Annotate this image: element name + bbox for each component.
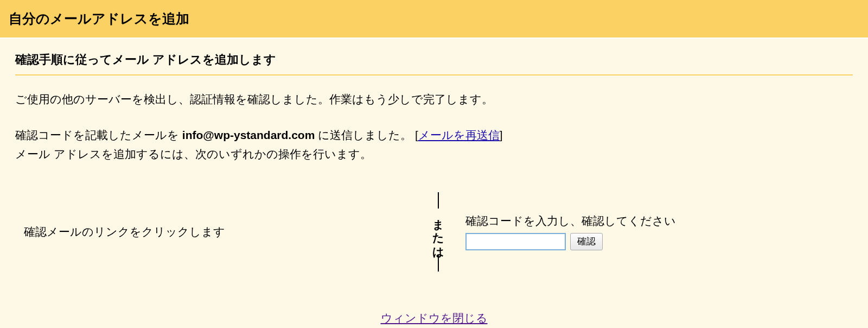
confirmation-line: 確認コードを記載したメールを info@wp-ystandard.com に送信…: [15, 125, 853, 145]
confirm-button[interactable]: 確認: [570, 233, 603, 250]
divider-line-top: [438, 192, 439, 209]
option-click-link: 確認メールのリンクをクリックします: [15, 224, 417, 239]
code-input-label: 確認コードを入力し、確認してください: [465, 213, 853, 229]
dialog-title: 自分のメールアドレスを追加: [9, 10, 859, 28]
dialog-header: 自分のメールアドレスを追加: [0, 0, 868, 37]
instruction-text: メール アドレスを追加するには、次のいずれかの操作を行います。: [15, 144, 853, 164]
options-row: 確認メールのリンクをクリックします または 確認コードを入力し、確認してください…: [15, 191, 853, 273]
info-text: ご使用の他のサーバーを検出し、認証情報を確認しました。作業はもう少しで完了します…: [15, 91, 853, 108]
confirmation-suffix: に送信しました。: [315, 129, 415, 141]
dialog-content: 確認手順に従ってメール アドレスを追加します ご使用の他のサーバーを検出し、認証…: [0, 39, 868, 328]
divider-label: または: [431, 211, 446, 253]
code-input-row: 確認: [465, 233, 853, 250]
divider-line-bottom: [438, 255, 439, 272]
confirmation-email: info@wp-ystandard.com: [182, 129, 315, 141]
confirmation-prefix: 確認コードを記載したメールを: [15, 129, 182, 141]
verification-code-input[interactable]: [465, 233, 566, 250]
close-window-link[interactable]: ウィンドウを閉じる: [381, 312, 488, 324]
close-row: ウィンドウを閉じる: [15, 311, 853, 326]
bracket-close: ]: [500, 129, 503, 141]
options-divider: または: [417, 191, 460, 273]
resend-email-link[interactable]: メールを再送信: [418, 129, 500, 141]
confirmation-block: 確認コードを記載したメールを info@wp-ystandard.com に送信…: [15, 125, 853, 164]
dialog-subtitle: 確認手順に従ってメール アドレスを追加します: [15, 52, 853, 75]
option-enter-code: 確認コードを入力し、確認してください 確認: [460, 213, 853, 250]
